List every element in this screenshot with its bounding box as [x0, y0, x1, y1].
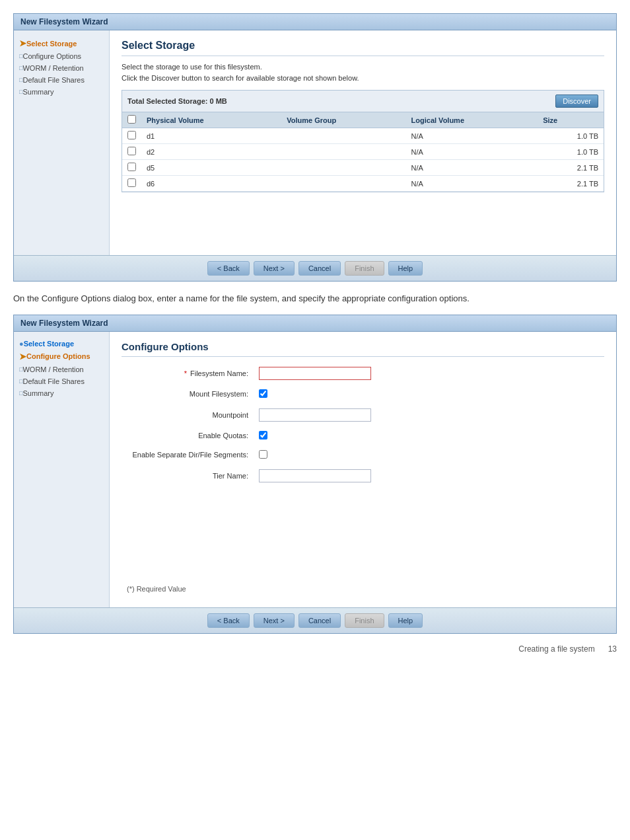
row-physical-volume: d6 — [141, 176, 281, 192]
wizard2-title: New Filesystem Wizard — [14, 315, 616, 332]
form-row-enable-separate: Enable Separate Dir/File Segments: — [122, 445, 604, 465]
sidebar-item-select-storage-1[interactable]: ➤ Select Storage — [19, 38, 104, 48]
row-physical-volume: d1 — [141, 128, 281, 144]
form-row-mount-filesystem: Mount Filesystem: — [122, 385, 604, 404]
row-size: 2.1 TB — [538, 160, 604, 176]
page-number: 13 — [608, 644, 617, 654]
wizard1-dialog: New Filesystem Wizard ➤ Select Storage □… — [13, 13, 617, 282]
wizard1-description: Select the storage to use for this files… — [122, 61, 604, 83]
filesystem-name-input[interactable] — [259, 367, 371, 380]
sidebar-item-file-shares-1[interactable]: □ Default File Shares — [19, 76, 104, 84]
row-volume-group — [281, 128, 405, 144]
required-star: * — [184, 369, 187, 377]
sidebar-item-worm-1[interactable]: □ WORM / Retention — [19, 64, 104, 72]
wizard1-finish-button: Finish — [345, 261, 384, 276]
wizard1-cancel-button[interactable]: Cancel — [298, 261, 341, 276]
row-checkbox-cell — [122, 176, 141, 192]
desc-line2: Click the Discover button to search for … — [122, 74, 359, 82]
sidebar-label-summary-2: Summary — [22, 389, 53, 397]
row-checkbox-cell — [122, 128, 141, 144]
sidebar-label-file-shares-2: Default File Shares — [22, 377, 85, 385]
enable-quotas-label: Enable Quotas: — [122, 426, 254, 445]
row-checkbox-3[interactable] — [127, 178, 136, 187]
enable-quotas-checkbox[interactable] — [259, 431, 267, 439]
sidebar-item-summary-2[interactable]: □ Summary — [19, 389, 104, 397]
sidebar-item-configure-options-1[interactable]: □ Configure Options — [19, 52, 104, 60]
form-spacer — [122, 487, 604, 566]
wizard2-footer: < Back Next > Cancel Finish Help — [14, 607, 616, 633]
select-all-checkbox[interactable] — [127, 115, 136, 124]
wizard2-cancel-button[interactable]: Cancel — [298, 613, 341, 628]
table-row: d5 N/A 2.1 TB — [122, 160, 604, 176]
required-note: (*) Required Value — [122, 580, 604, 598]
storage-table-header-row: Total Selected Storage: 0 MB Discover — [122, 91, 604, 112]
wizard2-heading: Configure Options — [122, 341, 604, 357]
sidebar-label-select-storage-1: Select Storage — [26, 40, 77, 48]
sidebar-label-file-shares-1: Default File Shares — [22, 76, 85, 84]
wizard1-heading: Select Storage — [122, 40, 604, 56]
wizard1-body: ➤ Select Storage □ Configure Options □ W… — [14, 30, 616, 255]
storage-table: Physical Volume Volume Group Logical Vol… — [122, 112, 604, 192]
mount-filesystem-label: Mount Filesystem: — [122, 385, 254, 404]
row-logical-volume: N/A — [406, 128, 538, 144]
total-storage-label: Total Selected Storage: 0 MB — [127, 97, 227, 105]
row-logical-volume: N/A — [406, 144, 538, 160]
col-header-checkbox — [122, 112, 141, 128]
col-header-size: Size — [538, 112, 604, 128]
arrow-icon-2: ➤ — [19, 352, 26, 362]
tier-name-label: Tier Name: — [122, 465, 254, 487]
row-size: 1.0 TB — [538, 144, 604, 160]
row-checkbox-cell — [122, 144, 141, 160]
sidebar-label-worm-1: WORM / Retention — [22, 64, 83, 72]
row-size: 1.0 TB — [538, 128, 604, 144]
wizard2-dialog: New Filesystem Wizard ● Select Storage ➤… — [13, 315, 617, 634]
filesystem-name-label: * Filesystem Name: — [122, 362, 254, 385]
between-text: On the Configure Options dialog box, ent… — [13, 292, 617, 305]
dot-icon-1: ● — [19, 340, 24, 348]
enable-separate-label: Enable Separate Dir/File Segments: — [122, 445, 254, 465]
sidebar-item-select-storage-2[interactable]: ● Select Storage — [19, 340, 104, 348]
wizard2-back-button[interactable]: < Back — [207, 613, 250, 628]
row-checkbox-1[interactable] — [127, 147, 136, 155]
sidebar-item-configure-options-2[interactable]: ➤ Configure Options — [19, 352, 104, 362]
footer-info: Creating a file system 13 — [518, 644, 617, 654]
form-row-enable-quotas: Enable Quotas: — [122, 426, 604, 445]
table-row: d6 N/A 2.1 TB — [122, 176, 604, 192]
row-logical-volume: N/A — [406, 176, 538, 192]
wizard2-sidebar: ● Select Storage ➤ Configure Options □ W… — [14, 332, 110, 607]
wizard1-main: Select Storage Select the storage to use… — [110, 30, 616, 255]
row-physical-volume: d5 — [141, 160, 281, 176]
wizard1-help-button[interactable]: Help — [388, 261, 423, 276]
row-checkbox-0[interactable] — [127, 131, 136, 139]
sidebar-item-worm-2[interactable]: □ WORM / Retention — [19, 365, 104, 373]
mountpoint-input[interactable] — [259, 408, 371, 422]
sidebar-label-worm-2: WORM / Retention — [22, 365, 83, 373]
row-size: 2.1 TB — [538, 176, 604, 192]
col-header-logical-volume: Logical Volume — [406, 112, 538, 128]
sidebar-item-file-shares-2[interactable]: □ Default File Shares — [19, 377, 104, 385]
wizard1-back-button[interactable]: < Back — [207, 261, 250, 276]
filesystem-name-cell — [254, 362, 604, 385]
wizard1-title: New Filesystem Wizard — [14, 14, 616, 30]
discover-button[interactable]: Discover — [555, 95, 598, 108]
tier-name-cell — [254, 465, 604, 487]
row-logical-volume: N/A — [406, 160, 538, 176]
row-checkbox-cell — [122, 160, 141, 176]
row-volume-group — [281, 176, 405, 192]
sidebar-item-summary-1[interactable]: □ Summary — [19, 88, 104, 96]
wizard1-next-button[interactable]: Next > — [254, 261, 295, 276]
wizard1-footer: < Back Next > Cancel Finish Help — [14, 255, 616, 281]
col-header-volume-group: Volume Group — [281, 112, 405, 128]
footer-text: Creating a file system — [518, 644, 594, 654]
sidebar-label-select-storage-2: Select Storage — [24, 340, 74, 348]
enable-separate-checkbox[interactable] — [259, 450, 267, 459]
row-checkbox-2[interactable] — [127, 163, 136, 171]
wizard2-next-button[interactable]: Next > — [254, 613, 295, 628]
mount-filesystem-checkbox[interactable] — [259, 389, 267, 398]
arrow-icon-1: ➤ — [19, 38, 26, 48]
col-header-physical-volume: Physical Volume — [141, 112, 281, 128]
tier-name-input[interactable] — [259, 469, 371, 482]
wizard2-help-button[interactable]: Help — [388, 613, 423, 628]
enable-quotas-cell — [254, 426, 604, 445]
form-row-filesystem-name: * Filesystem Name: — [122, 362, 604, 385]
